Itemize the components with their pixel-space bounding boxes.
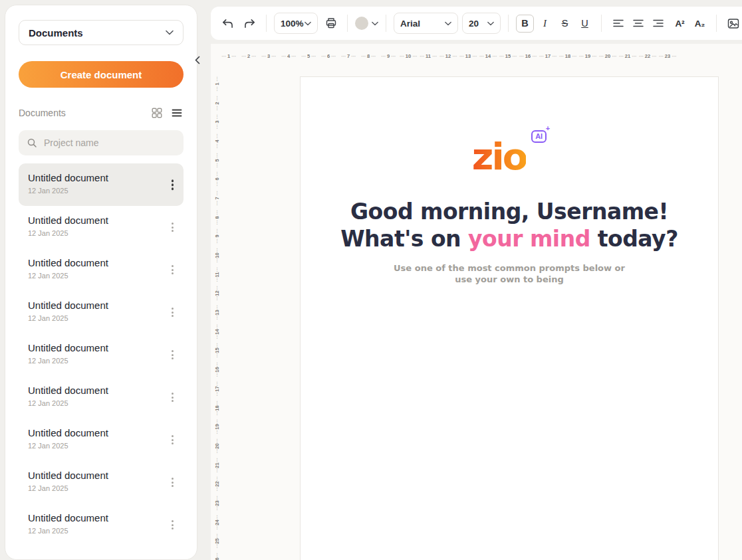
ai-badge: AI + [531,130,547,143]
image-icon [727,18,739,29]
kebab-menu-icon[interactable] [168,262,177,278]
kebab-menu-icon[interactable] [168,474,177,490]
undo-button[interactable] [219,15,237,33]
align-left-button[interactable] [609,15,627,33]
superscript-button[interactable]: A² [671,15,689,33]
kebab-menu-icon[interactable] [168,432,177,448]
document-list-item[interactable]: Untitled document 12 Jan 2025 [19,419,184,461]
ruler-mark: 7 [338,53,358,59]
create-document-button[interactable]: Create document [19,61,184,88]
ruler-mark: 25 [213,532,221,551]
undo-icon [221,19,234,29]
editor-toolbar: 100% Arial 20 B I S U A² [211,7,742,40]
chevron-down-icon [166,30,174,35]
document-date: 12 Jan 2025 [28,484,162,492]
ruler-mark: 4 [279,53,299,59]
greeting-line2-prefix: What's on [340,226,468,252]
document-title: Untitled document [28,342,162,353]
vertical-ruler: 1234567891011121314151617181920212223242… [213,74,221,560]
kebab-menu-icon[interactable] [168,389,177,405]
toolbar-separator [601,15,602,32]
font-size-select[interactable]: 20 [462,13,501,34]
ruler-mark: 13 [213,303,221,322]
ruler-mark: 11 [418,53,438,59]
redo-button[interactable] [241,15,259,33]
document-title: Untitled document [28,172,162,183]
font-size-value: 20 [469,19,479,29]
document-list-item[interactable]: Untitled document 12 Jan 2025 [19,291,184,333]
font-family-select[interactable]: Arial [394,13,458,34]
greeting-line2: What's on your mind today? [301,225,718,252]
ruler-mark: 8 [358,53,378,59]
subtitle-line1: Use one of the most common prompts below… [394,263,625,273]
document-title: Untitled document [28,385,162,396]
kebab-menu-icon[interactable] [168,347,177,363]
ruler-mark: 9 [378,53,398,59]
document-list-item[interactable]: Untitled document 12 Jan 2025 [19,461,184,504]
bold-button[interactable]: B [516,15,534,33]
align-center-button[interactable] [629,15,647,33]
list-view-button[interactable] [170,106,184,120]
subscript-button[interactable]: A₂ [691,15,709,33]
ruler-mark: 2 [239,53,259,59]
greeting-highlight: your mind [468,226,590,252]
chevron-down-icon [487,21,494,26]
document-list-item[interactable]: Untitled document 12 Jan 2025 [19,248,184,291]
document-list-item[interactable]: Untitled document 12 Jan 2025 [19,206,184,248]
zoom-select[interactable]: 100% [274,13,318,34]
ruler-mark: 19 [578,53,598,59]
document-list-item[interactable]: Untitled document 12 Jan 2025 [19,163,184,206]
search-input[interactable] [43,137,176,149]
document-page[interactable]: zio AI + Good morning, Username! What's … [300,76,719,560]
sidebar-collapse-button[interactable] [191,53,203,66]
ruler-mark: 23 [658,53,678,59]
document-title: Untitled document [28,300,162,311]
document-date: 12 Jan 2025 [28,527,162,535]
ruler-mark: 21 [213,456,221,475]
document-list-item[interactable]: Untitled document 12 Jan 2025 [19,504,184,546]
ruler-mark: 15 [213,341,221,361]
grid-view-button[interactable] [150,106,164,120]
documents-list-header-label: Documents [19,108,66,118]
align-right-icon [653,19,664,28]
search-icon [27,138,37,148]
ruler-mark: 21 [618,53,638,59]
kebab-menu-icon[interactable] [168,304,177,320]
workspace-select-label: Documents [29,27,83,39]
kebab-menu-icon[interactable] [168,219,177,235]
ruler-mark: 16 [213,360,221,379]
document-list-item[interactable]: Untitled document 12 Jan 2025 [19,376,184,419]
zoom-value: 100% [281,19,304,29]
kebab-menu-icon[interactable] [168,176,178,193]
ruler-mark: 14 [213,322,221,341]
align-right-button[interactable] [649,15,667,33]
ruler-mark: 19 [213,417,221,436]
ruler-mark: 15 [498,53,518,59]
chevron-down-icon [445,21,451,26]
font-family-value: Arial [400,19,420,29]
ruler-mark: 22 [638,53,658,59]
workspace-select[interactable]: Documents [19,20,184,45]
ruler-mark: 13 [458,53,478,59]
insert-image-button[interactable] [724,15,742,33]
ruler-mark: 26 [213,551,221,560]
sidebar: Documents Create document Documents Unti… [5,5,197,560]
toolbar-separator [266,15,267,32]
strikethrough-button[interactable]: S [556,15,574,33]
kebab-menu-icon[interactable] [168,517,177,533]
ruler-mark: 11 [213,265,221,284]
text-color-picker[interactable] [355,17,378,30]
ruler-mark: 20 [213,436,221,456]
ruler-mark: 17 [213,379,221,399]
italic-button[interactable]: I [536,15,554,33]
ruler-mark: 5 [299,53,318,59]
document-date: 12 Jan 2025 [28,272,162,280]
ruler-mark: 5 [213,151,221,170]
greeting-subtitle: Use one of the most common prompts below… [301,262,718,285]
document-list-item[interactable]: Untitled document 12 Jan 2025 [19,333,184,376]
document-date: 12 Jan 2025 [28,187,162,195]
list-view-icon [172,108,182,118]
toolbar-separator [508,15,509,32]
print-button[interactable] [322,15,340,33]
underline-button[interactable]: U [576,15,594,33]
